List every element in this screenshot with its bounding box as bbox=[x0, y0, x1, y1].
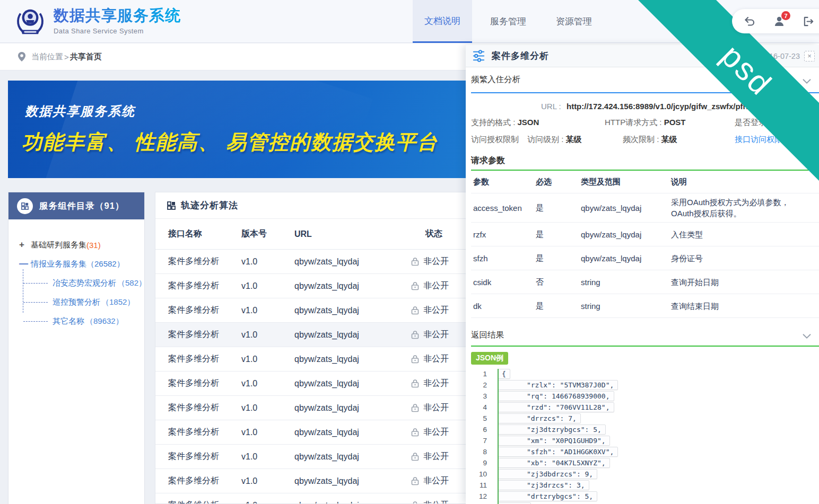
api-meta: 支持的格式 : JSON HTTP请求方式 : POST 是否登录 访问授权限制… bbox=[471, 118, 819, 145]
param-row: access_token 是 qbyw/zats_lqydaj 采用OAuth授… bbox=[471, 193, 819, 223]
close-button[interactable]: × bbox=[804, 51, 815, 61]
code-line: 7 "xm": "X0PQ1GUHD9", bbox=[471, 435, 819, 446]
url-label: URL : bbox=[541, 102, 561, 111]
code-gutter-line bbox=[498, 369, 499, 504]
code-text: "rzlx": "5TVM387J0D", bbox=[498, 380, 618, 390]
param-required: 是 bbox=[536, 301, 581, 311]
param-type: string bbox=[581, 278, 671, 287]
lock-icon bbox=[411, 379, 419, 388]
code-line: 11 "zj3drzcs": 3, bbox=[471, 480, 819, 491]
tree-child-item[interactable]: 冶安态势宏观分析（582） bbox=[23, 273, 144, 293]
line-number: 2 bbox=[471, 381, 492, 389]
api-access-permission-link[interactable]: 接口访问权限 bbox=[735, 135, 819, 145]
sidebar-title: 服务组件目录（91） bbox=[39, 200, 124, 212]
tree-item-basic-services[interactable]: + 基础研判服务集(31) bbox=[19, 235, 144, 254]
code-line: 5 "drrzcs": 7, bbox=[471, 413, 819, 424]
meta-row-1: 支持的格式 : JSON HTTP请求方式 : POST 是否登录 bbox=[471, 118, 819, 128]
table-title: 轨迹分析算法 bbox=[181, 199, 238, 211]
status-badge: 非公开 bbox=[423, 378, 449, 389]
meta-row-2: 访问授权限制访问级别 : 某级 频次限制 : 某级 接口访问权限 bbox=[471, 135, 819, 145]
code-line: 6 "zj3dtzrybgcs": 5, bbox=[471, 424, 819, 435]
section-frequent-checkin: 频繁入住分析 bbox=[471, 67, 819, 93]
tree-children: 冶安态势宏观分析（582） 巡控预警分析（1852） 其它名称（89632） bbox=[23, 273, 144, 331]
param-required: 是 bbox=[536, 229, 581, 240]
section-return-result: 返回结果 bbox=[471, 324, 819, 347]
code-line: 1 { bbox=[471, 368, 819, 379]
tree-child-item[interactable]: 其它名称（89632） bbox=[23, 312, 144, 331]
code-text: "xb": "04K7L5XNYZ", bbox=[498, 458, 610, 468]
line-number: 1 bbox=[471, 370, 492, 378]
panel-title: 案件多维分析 bbox=[492, 50, 549, 62]
chevron-down-icon[interactable] bbox=[802, 76, 812, 86]
line-number: 10 bbox=[471, 470, 492, 478]
user-button[interactable]: 7 bbox=[773, 15, 786, 28]
sidebar-header: 服务组件目录（91） bbox=[8, 192, 144, 219]
lock-icon bbox=[411, 306, 419, 315]
param-desc: 采用OAuth授权方式为必填参数，OAuth授权后获得。 bbox=[671, 197, 808, 219]
sliders-icon bbox=[472, 49, 485, 63]
json-code-block: 1 { 2 "rzlx": "5TVM387J0D", 3 "rq": 1466… bbox=[471, 368, 819, 504]
lock-icon bbox=[411, 330, 419, 339]
top-header: 数据共享服务系统 Data Share Service System 文档说明 … bbox=[0, 0, 819, 43]
tab-resource-management[interactable]: 资源管理 bbox=[544, 0, 604, 43]
code-text: { bbox=[498, 369, 510, 379]
param-desc: 入住类型 bbox=[671, 229, 808, 240]
section-title: 频繁入住分析 bbox=[471, 74, 520, 85]
line-number: 6 bbox=[471, 426, 492, 434]
code-line: 3 "rq": 1466768939000, bbox=[471, 391, 819, 402]
code-text: "drtzrybgcs": 5, bbox=[498, 491, 597, 501]
param-row: rzfx 是 qbyw/zats_lqydaj 入住类型 bbox=[471, 223, 819, 246]
chevron-down-icon[interactable] bbox=[802, 332, 812, 341]
login-label: 是否登录 bbox=[735, 118, 819, 128]
auth-limit-label: 访问授权限制 bbox=[471, 135, 519, 144]
param-name: rzfx bbox=[473, 230, 536, 239]
param-required: 是 bbox=[536, 253, 581, 263]
code-text: "xm": "X0PQ1GUHD9", bbox=[498, 436, 610, 446]
code-text: "drrzcs": 7, bbox=[498, 413, 581, 423]
param-row: dk 是 string 查询结束日期 bbox=[471, 294, 819, 318]
params-table: 参数 必选 类型及范围 说明 access_token 是 qbyw/zats_… bbox=[471, 170, 819, 318]
param-row: sfzh 是 qbyw/zats_lqydaj 身份证号 bbox=[471, 246, 819, 270]
tab-service-management[interactable]: 服务管理 bbox=[478, 0, 538, 43]
line-number: 9 bbox=[471, 459, 492, 467]
param-name: dk bbox=[473, 302, 536, 311]
method-label: HTTP请求方式 : bbox=[605, 118, 662, 127]
param-name: access_token bbox=[473, 204, 536, 213]
line-number: 8 bbox=[471, 448, 492, 456]
collapse-icon[interactable]: — bbox=[19, 259, 31, 269]
lock-icon bbox=[411, 476, 419, 485]
format-value: JSON bbox=[518, 118, 539, 127]
tree-item-intel-services[interactable]: — 情报业务服务集（26582） bbox=[19, 254, 144, 273]
param-required: 是 bbox=[536, 203, 581, 213]
panel-header: 案件多维分析 2016-07-23 × bbox=[466, 45, 819, 67]
notification-badge: 7 bbox=[781, 11, 790, 20]
status-badge: 非公开 bbox=[423, 475, 449, 487]
logout-icon bbox=[803, 15, 815, 28]
code-line: 8 "sfzh": "AD1HGGK0XV", bbox=[471, 446, 819, 457]
line-number: 5 bbox=[471, 414, 492, 422]
code-text: "zj3dbdrzcs": 9, bbox=[498, 469, 597, 479]
status-badge: 非公开 bbox=[423, 280, 449, 291]
grid-icon bbox=[167, 201, 176, 210]
user-toolbar: 7 bbox=[732, 9, 819, 33]
breadcrumb-current[interactable]: 共享首页 bbox=[70, 52, 102, 62]
code-line: 10 "zj3dbdrzcs": 9, bbox=[471, 468, 819, 480]
params-header-row: 参数 必选 类型及范围 说明 bbox=[471, 171, 819, 193]
request-params-title: 请求参数 bbox=[471, 152, 819, 170]
tree-child-item[interactable]: 巡控预警分析（1852） bbox=[23, 293, 144, 312]
logout-button[interactable] bbox=[802, 15, 815, 28]
lock-icon bbox=[411, 452, 419, 461]
param-desc: 查询结束日期 bbox=[671, 300, 808, 312]
param-desc: 查询开始日期 bbox=[671, 277, 808, 288]
line-number: 4 bbox=[471, 403, 492, 411]
section-title: 返回结果 bbox=[471, 330, 504, 341]
param-row: csidk 否 string 查询开始日期 bbox=[471, 270, 819, 294]
method-value: POST bbox=[664, 118, 686, 127]
app-title: 数据共享服务系统 bbox=[54, 5, 181, 25]
status-badge: 非公开 bbox=[423, 256, 449, 267]
location-pin-icon bbox=[18, 51, 26, 62]
expand-icon[interactable]: + bbox=[19, 240, 31, 250]
freq-value: 某级 bbox=[661, 135, 677, 144]
tab-doc-description[interactable]: 文档说明 bbox=[413, 0, 472, 43]
undo-button[interactable] bbox=[744, 15, 756, 28]
